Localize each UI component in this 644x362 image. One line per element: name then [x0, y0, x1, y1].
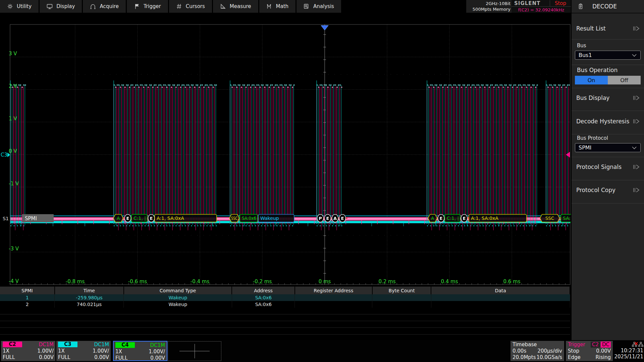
wave-text: C:1, | — [133, 216, 146, 221]
c3-pulse-low — [436, 226, 437, 226]
c3-pulse-top — [284, 85, 285, 85]
c3-pulse-top — [183, 85, 184, 85]
c3-pulse-low — [320, 226, 321, 226]
c3-pulse-low — [230, 226, 231, 226]
c3-pulse-low — [270, 226, 271, 226]
waveform-display[interactable]: AEC:1, |EA:1, SA:0xASSCSA:0x6WakeupPEAEA… — [0, 13, 571, 287]
c2-pulse-top — [194, 87, 195, 87]
c3-pulse-top — [142, 85, 143, 85]
result-list-button[interactable]: Result List — [576, 23, 641, 34]
table-cell — [295, 301, 372, 308]
c2-pulse-top — [318, 87, 319, 87]
bus-protocol-select[interactable]: SPMI — [575, 143, 641, 152]
c3-pulse-top — [472, 85, 473, 85]
c3-pulse-top — [118, 85, 119, 85]
c3-pulse-top — [496, 85, 498, 85]
wave-text: -3 V — [9, 246, 19, 252]
channel-offset: 0.00V — [94, 354, 109, 360]
c3-pulse-top — [293, 85, 295, 85]
c2-pulse-top — [526, 87, 527, 87]
bus-select[interactable]: Bus1 — [575, 51, 641, 60]
menu-item-utility[interactable]: Utility — [0, 0, 40, 13]
c3-pulse-low — [277, 226, 278, 226]
c2-pulse-top — [236, 87, 237, 87]
timebase-box[interactable]: Timebase 0.00s 200µs/div 20.0Mpts 10.0GS… — [511, 341, 564, 361]
c2-pulse-top — [451, 87, 453, 87]
c3-pulse-top — [320, 85, 321, 85]
c3-pulse-top — [197, 85, 199, 85]
channel-badge: C2 — [3, 342, 22, 347]
bus-display-button[interactable]: Bus Display — [576, 92, 641, 104]
c3-pulse-low — [464, 226, 465, 226]
c3-pulse-top — [450, 85, 451, 85]
c3-pulse-top — [209, 85, 211, 85]
toggle-on[interactable]: On — [575, 76, 608, 84]
menu-item-analysis[interactable]: Analysis — [297, 0, 342, 13]
c3-pulse-top — [249, 85, 250, 85]
c2-pulse-top — [332, 87, 333, 87]
c2-pulse-top — [259, 87, 261, 87]
channel-coupling: DC1M — [39, 342, 54, 348]
c3-pulse-top — [529, 85, 530, 85]
c3-pulse-top — [172, 85, 174, 85]
c3-pulse-low — [523, 226, 524, 226]
c3-pulse-low — [129, 226, 130, 226]
c2-pulse-top — [438, 87, 439, 87]
c3-pulse-top — [196, 85, 197, 85]
c3-pulse-top — [444, 85, 445, 85]
menu-item-display[interactable]: Display — [40, 0, 83, 13]
c3-pulse-low — [14, 226, 15, 226]
c2-pulse-top — [502, 87, 504, 87]
wave-text: A — [117, 216, 120, 221]
channel-box-c2[interactable]: C2DC1M1X1.00V/FULL0.00V — [1, 341, 55, 361]
c3-pulse-low — [526, 226, 527, 226]
c3-pulse-top — [555, 85, 556, 85]
c3-pulse-top — [202, 85, 203, 85]
c3-pulse-top — [495, 85, 496, 85]
bus-protocol-label: Bus Protocol — [577, 135, 608, 141]
table-header-byte-count: Byte Count — [373, 287, 432, 294]
c3-pulse-top — [515, 85, 516, 85]
decode-result-table[interactable]: SPMITimeCommand TypeAddressRegister Addr… — [0, 287, 570, 340]
c3-pulse-low — [148, 226, 149, 226]
c3-pulse-top — [178, 85, 180, 85]
c2-pulse-top — [489, 87, 490, 87]
c3-pulse-top — [458, 85, 459, 85]
table-row[interactable]: 2740.021µsWakeupSA:0x6 — [0, 301, 570, 308]
menu-item-acquire[interactable]: Acquire — [83, 0, 127, 13]
c3-pulse-low — [511, 226, 512, 226]
c3-pulse-top — [276, 85, 278, 85]
c3-pulse-low — [467, 226, 468, 226]
protocol-copy-button[interactable]: Protocol Copy — [576, 184, 641, 196]
run-state-indicator[interactable]: Stop — [550, 0, 571, 6]
c3-pulse-top — [518, 85, 520, 85]
c2-pulse-top — [273, 87, 275, 87]
c3-pulse-top — [244, 85, 245, 85]
c3-pulse-low — [136, 226, 137, 226]
c2-pulse-top — [283, 87, 284, 87]
table-row[interactable]: 1-259.980µsWakeupSA:0x6 — [0, 294, 570, 301]
channel-scale: 1.00V/ — [149, 349, 165, 355]
menu-item-math[interactable]: Math — [259, 0, 297, 13]
bus-operation-toggle[interactable]: On Off — [575, 76, 641, 84]
protocol-signals-button[interactable]: Protocol Signals — [576, 161, 641, 173]
channel-box-c4[interactable]: C4DC1M1X1.00V/FULL0.00V — [113, 341, 167, 361]
trigger-box[interactable]: Trigger C2DC Stop 0.00V Edge Rising — [566, 341, 613, 361]
c3-pulse-low — [154, 226, 155, 226]
add-channel-box[interactable] — [168, 341, 221, 361]
toggle-off[interactable]: Off — [608, 76, 641, 84]
c3-pulse-top — [160, 85, 161, 85]
menu-item-trigger[interactable]: Trigger — [127, 0, 169, 13]
channel-coupling: DC1M — [150, 342, 165, 348]
channel-box-c3[interactable]: C3DC1M1X1.00V/FULL0.00V — [56, 341, 111, 361]
c3-pulse-top — [459, 85, 461, 85]
c3-pulse-low — [498, 226, 499, 226]
decode-hysteresis-button[interactable]: Decode Hysteresis — [576, 116, 641, 127]
wave-text: 0 V — [9, 148, 17, 154]
menu-item-measure[interactable]: Measure — [213, 0, 259, 13]
wave-text: S1 — [3, 216, 9, 221]
c2-pulse-top — [466, 87, 467, 87]
trigger-source-badge: C2 — [591, 342, 600, 348]
c3-pulse-low — [323, 226, 324, 226]
menu-item-cursors[interactable]: Cursors — [169, 0, 213, 13]
